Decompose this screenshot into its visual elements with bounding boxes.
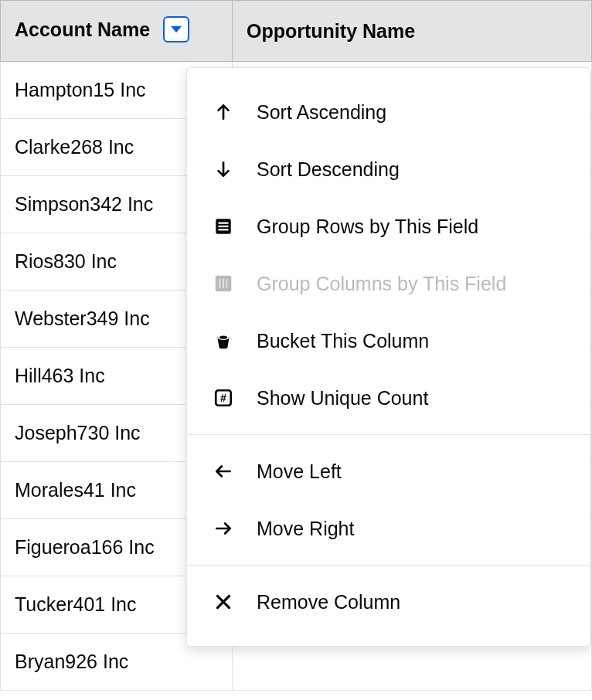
menu-divider — [187, 565, 590, 566]
menu-unique-count-label: Show Unique Count — [257, 387, 428, 409]
chevron-down-icon — [171, 24, 182, 35]
menu-group-rows[interactable]: Group Rows by This Field — [187, 198, 590, 255]
menu-sort-ascending-label: Sort Ascending — [257, 101, 386, 124]
arrow-right-icon — [212, 517, 235, 540]
menu-move-right-label: Move Right — [257, 518, 354, 540]
svg-rect-6 — [223, 279, 224, 289]
menu-move-left[interactable]: Move Left — [187, 443, 590, 500]
menu-remove-column[interactable]: Remove Column — [187, 573, 590, 630]
menu-group-columns: Group Columns by This Field — [187, 255, 590, 312]
menu-bucket-column[interactable]: Bucket This Column — [187, 312, 590, 369]
hash-icon: # — [212, 386, 235, 409]
svg-rect-2 — [219, 226, 229, 227]
table-header-row: Account Name Opportunity Name — [1, 1, 592, 62]
menu-unique-count[interactable]: # Show Unique Count — [187, 369, 590, 426]
svg-text:#: # — [220, 392, 226, 404]
menu-sort-ascending[interactable]: Sort Ascending — [187, 83, 590, 141]
menu-remove-column-label: Remove Column — [257, 591, 400, 613]
menu-divider — [187, 434, 590, 435]
menu-sort-descending[interactable]: Sort Descending — [187, 141, 590, 198]
svg-point-9 — [219, 336, 228, 339]
svg-rect-7 — [226, 279, 227, 289]
menu-move-left-label: Move Left — [257, 460, 342, 483]
arrow-left-icon — [212, 460, 235, 483]
columns-icon — [212, 272, 235, 295]
column-header-opportunity-label: Opportunity Name — [247, 20, 415, 42]
arrow-up-icon — [212, 100, 235, 124]
menu-bucket-column-label: Bucket This Column — [257, 330, 429, 352]
arrow-down-icon — [212, 158, 235, 181]
svg-rect-5 — [219, 279, 221, 289]
close-icon — [212, 590, 235, 613]
svg-rect-1 — [219, 223, 229, 224]
menu-group-rows-label: Group Rows by This Field — [257, 216, 478, 238]
menu-group-columns-label: Group Columns by This Field — [257, 273, 506, 295]
menu-sort-descending-label: Sort Descending — [257, 158, 400, 181]
column-menu-trigger[interactable] — [163, 16, 189, 42]
menu-move-right[interactable]: Move Right — [187, 500, 590, 557]
svg-rect-3 — [219, 229, 229, 230]
rows-icon — [212, 215, 235, 238]
bucket-icon — [212, 329, 235, 352]
column-header-opportunity[interactable]: Opportunity Name — [233, 1, 592, 62]
column-header-account[interactable]: Account Name — [1, 1, 233, 62]
column-context-menu: Sort Ascending Sort Descending Group Row… — [186, 67, 590, 647]
column-header-account-label: Account Name — [15, 19, 150, 40]
